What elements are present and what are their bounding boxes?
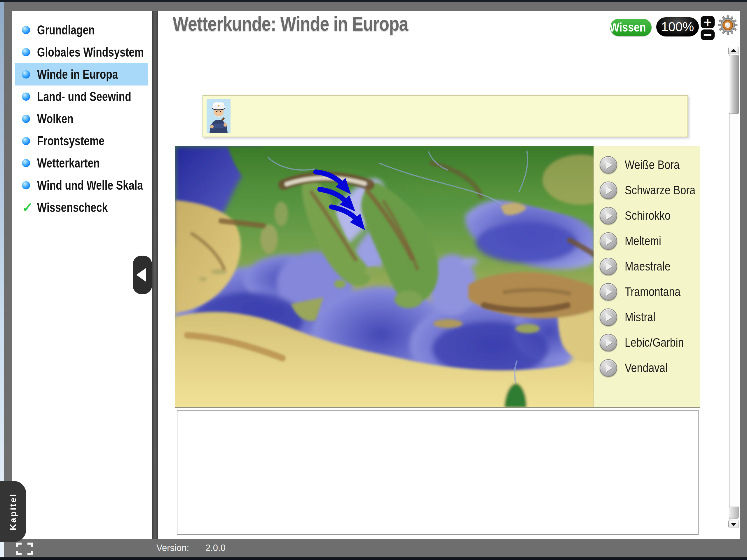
play-button-icon[interactable] [600,181,617,199]
settings-gear-icon[interactable] [718,15,738,35]
sidebar-item-label: Land- und Seewind [37,89,131,104]
scrollbar [728,47,739,528]
scroll-down-button[interactable] [728,520,739,528]
play-button-icon[interactable] [600,232,617,250]
version-label: Version: [156,543,189,553]
wind-label: Schirokko [625,209,671,223]
bullet-icon [22,159,30,167]
play-button-icon[interactable] [600,258,617,275]
play-button-icon[interactable] [600,207,617,224]
wind-item: Mistral [600,304,698,330]
wind-item: Meltemi [600,228,698,254]
sidebar-item[interactable]: Wind und Welle Skala [15,174,148,196]
wind-label: Weiße Bora [625,158,679,172]
down-arrow-icon [731,523,737,526]
kapitel-tab[interactable]: Kapitel [0,481,26,542]
sidebar-item[interactable]: Globales Windsystem [15,41,148,63]
play-button-icon[interactable] [600,156,617,174]
status-bar: Version:2.0.0 [4,539,747,558]
sidebar: Grundlagen Globales Windsystem Winde in … [12,11,152,539]
up-arrow-icon [731,49,737,52]
wind-item: Maestrale [600,254,698,279]
bullet-icon [22,48,30,56]
sidebar-item-label: Wetterkarten [37,156,100,171]
zoom-level-badge: 100% [656,17,699,36]
wind-label: Tramontana [625,285,680,299]
version-value: 2.0.0 [205,543,226,553]
bullet-icon [22,70,30,78]
play-button-icon[interactable] [600,283,617,301]
bullet-icon [22,181,30,189]
sidebar-item-label: Winde in Europa [37,67,118,82]
wind-label: Mistral [625,310,655,324]
wind-label: Maestrale [625,259,671,274]
bullet-icon [22,137,30,145]
sidebar-item-label: Grundlagen [37,23,95,37]
scroll-up-button[interactable] [728,47,739,54]
wissen-button[interactable]: Wissen [610,19,651,36]
scrollbar-thumb[interactable] [729,55,739,114]
sidebar-item[interactable]: Wolken [15,108,148,130]
sidebar-item[interactable]: Land- und Seewind [15,85,148,108]
wind-list: Weiße Bora Schwarze Bora Schirokko Melte… [600,152,698,381]
fullscreen-icon[interactable] [16,542,33,555]
wind-label: Schwarze Bora [625,183,695,197]
bullet-icon [22,26,30,34]
version-info: Version:2.0.0 [156,543,226,553]
wind-label: Vendaval [625,361,668,375]
map-block: Weiße Bora Schwarze Bora Schirokko Melte… [175,146,700,408]
sidebar-item[interactable]: Grundlagen [15,19,148,41]
sidebar-item-label: Wolken [37,111,74,126]
play-button-icon[interactable] [600,308,617,326]
sidebar-item-label: Frontsysteme [37,134,104,148]
wind-item: Schwarze Bora [600,177,698,203]
wind-item: Schirokko [600,203,698,228]
sidebar-item[interactable]: Wetterkarten [15,152,148,174]
scrollbar-track[interactable] [729,54,738,521]
panel-divider [152,11,158,539]
window-top-edge [0,0,747,2]
sidebar-item[interactable]: Frontsysteme [15,130,148,152]
sidebar-item-label: Wind und Welle Skala [37,178,143,193]
sidebar-item[interactable]: Wissenscheck [15,196,148,219]
quote-box [203,95,688,137]
bullet-icon [22,93,30,101]
check-icon [22,203,30,211]
wind-item: Vendaval [600,355,698,381]
desktop-edge [0,2,4,560]
wind-label: Lebic/Garbin [625,336,684,350]
app-window: Grundlagen Globales Windsystem Winde in … [0,0,747,560]
description-box [177,410,699,535]
sidebar-item[interactable]: Winde in Europa [15,63,148,85]
wind-item: Tramontana [600,279,698,304]
wind-item: Weiße Bora [600,152,698,177]
play-button-icon[interactable] [600,359,617,377]
mediterranean-map [175,146,594,407]
wind-label: Meltemi [625,234,661,248]
sidebar-collapse-button[interactable] [133,256,152,294]
sidebar-item-label: Wissenscheck [37,200,108,215]
page-title: Wetterkunde: Winde in Europa [173,12,408,35]
chapter-nav: Grundlagen Globales Windsystem Winde in … [15,19,148,219]
scrollbar-end-cap [729,507,739,519]
bullet-icon [22,115,30,123]
captain-illustration [207,99,231,133]
page-header: Wetterkunde: Winde in Europa [158,11,740,38]
play-button-icon[interactable] [600,334,617,351]
wind-item: Lebic/Garbin [600,330,698,355]
left-triangle-icon [136,268,146,282]
content-area: Weiße Bora Schwarze Bora Schirokko Melte… [158,11,740,539]
zoom-out-button[interactable]: − [701,29,715,40]
window-bottom-edge [0,557,747,560]
sidebar-item-label: Globales Windsystem [37,45,144,59]
wind-panel: Weiße Bora Schwarze Bora Schirokko Melte… [594,146,700,407]
